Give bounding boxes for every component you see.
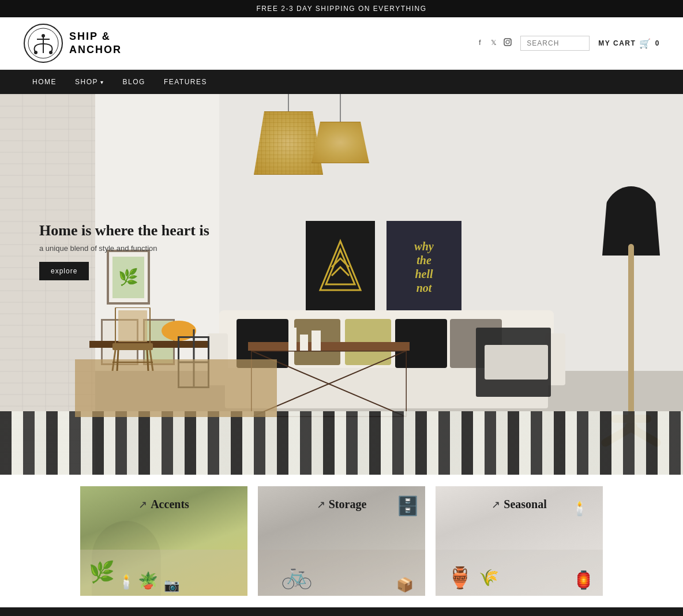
svg-point-11 [509,40,511,41]
facebook-icon[interactable]: f [478,38,486,48]
cart-label: MY CART [598,39,636,47]
header: SHIP &ANCHOR f 𝕏 MY CART 🛒 0 [0,17,683,70]
nav-blog[interactable]: BLOG [114,70,155,94]
candle-tall [288,328,297,351]
art-panel-text: whythehellnot [386,221,461,313]
floor-lamp-pole [628,244,634,417]
svg-rect-18 [118,310,147,342]
table-top [248,342,410,351]
accents-label: Accents [151,498,189,511]
svg-point-6 [49,51,52,54]
storage-arrow-icon: ↗ [317,498,325,511]
lamp-shade-2 [312,122,369,163]
logo-icon [23,23,63,63]
hero-section: 🌿 [0,94,683,475]
storage-label: Storage [329,498,367,511]
category-card-seasonal[interactable]: 🏺 🌾 🕯️ 🏮 ↗ Seasonal [436,486,603,596]
category-card-accents[interactable]: 🌿 🕯️ 🪴 📷 ↗ Accents [80,486,247,596]
art-text-content: whythehellnot [414,239,433,295]
floor-lamp [596,186,666,429]
geometric-rug [0,411,683,475]
navigation: HOME SHOP ▾ BLOG FEATURES [0,70,683,94]
category-card-storage[interactable]: 🚲 🗄️ 📦 ↗ Storage [258,486,425,596]
instagram-icon[interactable] [504,38,512,48]
svg-line-23 [147,350,148,371]
logo-text: SHIP &ANCHOR [69,30,122,57]
svg-rect-9 [504,39,511,46]
category-row: 🌿 🕯️ 🪴 📷 ↗ Accents 🚲 🗄️ 📦 ↗ Storage 🏺 [0,475,683,607]
lamp-cord-2 [340,94,341,122]
svg-line-22 [117,350,118,371]
seasonal-label: Seasonal [504,498,546,511]
candle-short [300,335,308,351]
svg-line-20 [112,350,115,371]
wooden-chair [107,307,159,371]
logo-area[interactable]: SHIP &ANCHOR [23,23,122,63]
accents-label-container: ↗ Accents [138,498,189,511]
storage-label-container: ↗ Storage [317,498,367,511]
pendant-lamp-small [312,94,369,163]
explore-button[interactable]: explore [39,262,89,280]
art-panel-triangle [306,221,375,313]
light-blanket [485,345,548,380]
hero-heading: Home is where the heart is [39,221,209,241]
seasonal-arrow-icon: ↗ [491,498,500,511]
social-icons: f 𝕏 [478,38,512,48]
svg-line-21 [150,350,153,371]
hero-subheading: a unique blend of style and function [39,244,209,253]
svg-rect-19 [112,343,153,350]
nav-features[interactable]: FEATURES [155,70,216,94]
header-right: f 𝕏 MY CART 🛒 0 [478,36,660,51]
footer-bar [0,607,683,616]
jute-rug [75,359,277,417]
nav-home[interactable]: HOME [23,70,66,94]
cart-icon: 🛒 [639,38,652,49]
hero-text-block: Home is where the heart is a unique blen… [39,221,209,280]
svg-text:𝕏: 𝕏 [491,39,497,46]
nav-shop[interactable]: SHOP ▾ [66,70,114,94]
top-banner: FREE 2-3 DAY SHIPPING ON EVERYTHING [0,0,683,17]
cart-count: 0 [655,39,660,47]
svg-point-4 [42,34,45,37]
accents-arrow-icon: ↗ [138,498,147,511]
twitter-icon[interactable]: 𝕏 [491,38,499,48]
banner-text: FREE 2-3 DAY SHIPPING ON EVERYTHING [256,5,426,13]
shop-chevron-icon: ▾ [100,79,104,85]
lamp-cord [288,94,289,111]
room-scene: 🌿 [0,94,683,475]
svg-text:f: f [479,38,481,46]
seasonal-label-container: ↗ Seasonal [491,498,546,511]
svg-point-10 [506,40,509,44]
svg-point-5 [34,51,37,54]
cart-area[interactable]: MY CART 🛒 0 [598,38,660,49]
search-input[interactable] [520,36,590,51]
candle-medium [312,330,321,351]
